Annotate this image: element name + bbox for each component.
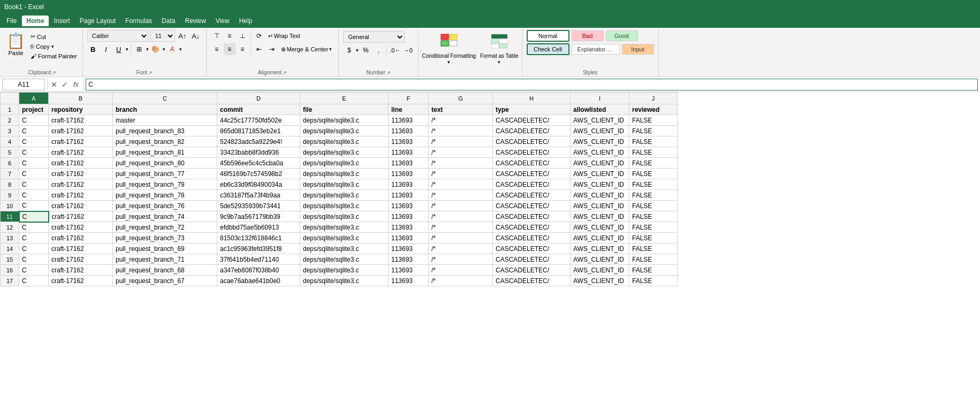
cell-h1[interactable]: type	[493, 104, 571, 115]
cell-a7[interactable]: C	[19, 169, 49, 179]
cell-g13[interactable]: /*	[429, 233, 493, 243]
bold-button[interactable]: B	[87, 43, 99, 55]
font-family-select[interactable]: Calibri	[87, 30, 149, 42]
cell-d2[interactable]: 44c25c177750fd502e	[217, 115, 300, 126]
row-header[interactable]: 7	[1, 169, 19, 179]
cell-g15[interactable]: /*	[429, 254, 493, 265]
cell-b7[interactable]: craft-17162	[49, 169, 113, 179]
menu-insert[interactable]: Insert	[50, 16, 74, 26]
cell-f7[interactable]: 113693	[389, 169, 429, 179]
cell-d17[interactable]: acae76abae641b0e0	[217, 276, 300, 286]
cell-j11[interactable]: FALSE	[629, 211, 678, 222]
comma-button[interactable]: ,	[373, 44, 384, 56]
cell-b2[interactable]: craft-17162	[49, 115, 113, 126]
cell-i15[interactable]: AWS_CLIENT_ID	[571, 254, 629, 265]
check-cell-style-button[interactable]: Check Cell	[527, 43, 569, 55]
col-header-g[interactable]: G	[429, 93, 493, 104]
cell-i14[interactable]: AWS_CLIENT_ID	[571, 243, 629, 254]
paste-button[interactable]: 📋 Paste	[3, 30, 28, 60]
cell-h13[interactable]: CASCADELETEC/	[493, 233, 571, 243]
good-style-button[interactable]: Good	[606, 31, 638, 41]
decrease-font-button[interactable]: A↓	[190, 30, 202, 42]
cell-b10[interactable]: craft-17162	[49, 201, 113, 211]
cell-f6[interactable]: 113693	[389, 158, 429, 169]
cell-e9[interactable]: deps/sqlite/sqlite3.c	[300, 190, 389, 201]
italic-button[interactable]: I	[100, 43, 112, 55]
wrap-text-button[interactable]: ↵ Wrap Text	[266, 32, 302, 40]
cell-c14[interactable]: pull_request_branch_69	[113, 243, 217, 254]
cell-i6[interactable]: AWS_CLIENT_ID	[571, 158, 629, 169]
cell-g11[interactable]: /*	[429, 211, 493, 222]
cell-b17[interactable]: craft-17162	[49, 276, 113, 286]
row-header[interactable]: 11	[1, 211, 19, 222]
cell-i1[interactable]: allowlisted	[571, 104, 629, 115]
cell-h16[interactable]: CASCADELETEC/	[493, 265, 571, 276]
cell-a10[interactable]: C	[19, 201, 49, 211]
cell-c1[interactable]: branch	[113, 104, 217, 115]
cell-c9[interactable]: pull_request_branch_78	[113, 190, 217, 201]
cell-b3[interactable]: craft-17162	[49, 126, 113, 136]
cell-g6[interactable]: /*	[429, 158, 493, 169]
cell-g3[interactable]: /*	[429, 126, 493, 136]
cell-e14[interactable]: deps/sqlite/sqlite3.c	[300, 243, 389, 254]
cell-e10[interactable]: deps/sqlite/sqlite3.c	[300, 201, 389, 211]
row-header[interactable]: 15	[1, 254, 19, 265]
cell-j13[interactable]: FALSE	[629, 233, 678, 243]
insert-function-label[interactable]: fx	[71, 80, 81, 88]
cell-j12[interactable]: FALSE	[629, 222, 678, 233]
menu-formulas[interactable]: Formulas	[121, 16, 156, 26]
cell-c17[interactable]: pull_request_branch_67	[113, 276, 217, 286]
cell-e17[interactable]: deps/sqlite/sqlite3.c	[300, 276, 389, 286]
cell-b14[interactable]: craft-17162	[49, 243, 113, 254]
align-top-button[interactable]: ⊤	[211, 30, 223, 42]
cell-h11[interactable]: CASCADELETEC/	[493, 211, 571, 222]
cell-d16[interactable]: a347eb8087f038b40	[217, 265, 300, 276]
cell-h3[interactable]: CASCADELETEC/	[493, 126, 571, 136]
text-orientation-button[interactable]: ⟳	[253, 30, 265, 42]
cell-g7[interactable]: /*	[429, 169, 493, 179]
font-expand-icon[interactable]: ↗	[148, 70, 153, 75]
cell-c7[interactable]: pull_request_branch_77	[113, 169, 217, 179]
number-format-select[interactable]: General	[343, 31, 405, 43]
cell-c6[interactable]: pull_request_branch_80	[113, 158, 217, 169]
font-size-select[interactable]: 11	[150, 30, 175, 42]
cell-d9[interactable]: c363187f5a73f4b9aa	[217, 190, 300, 201]
cell-i16[interactable]: AWS_CLIENT_ID	[571, 265, 629, 276]
row-header[interactable]: 9	[1, 190, 19, 201]
cell-b5[interactable]: craft-17162	[49, 147, 113, 158]
cell-a16[interactable]: C	[19, 265, 49, 276]
cell-c10[interactable]: pull_request_branch_76	[113, 201, 217, 211]
cell-d4[interactable]: 524823adc5a9229e4!	[217, 136, 300, 147]
cell-a14[interactable]: C	[19, 243, 49, 254]
cell-h17[interactable]: CASCADELETEC/	[493, 276, 571, 286]
row-header[interactable]: 3	[1, 126, 19, 136]
font-color-button[interactable]: A	[166, 43, 178, 55]
decrease-indent-button[interactable]: ⇤	[253, 43, 265, 55]
menu-review[interactable]: Review	[180, 16, 210, 26]
row-header[interactable]: 6	[1, 158, 19, 169]
cell-g12[interactable]: /*	[429, 222, 493, 233]
cell-f9[interactable]: 113693	[389, 190, 429, 201]
align-center-button[interactable]: ≡	[224, 43, 235, 55]
cell-b15[interactable]: craft-17162	[49, 254, 113, 265]
fill-color-button[interactable]: 🎨	[150, 43, 162, 55]
alignment-expand-icon[interactable]: ↗	[283, 70, 287, 75]
cell-e6[interactable]: deps/sqlite/sqlite3.c	[300, 158, 389, 169]
cell-h6[interactable]: CASCADELETEC/	[493, 158, 571, 169]
cell-h2[interactable]: CASCADELETEC/	[493, 115, 571, 126]
cell-f12[interactable]: 113693	[389, 222, 429, 233]
cell-a13[interactable]: C	[19, 233, 49, 243]
cell-c4[interactable]: pull_request_branch_82	[113, 136, 217, 147]
cell-d11[interactable]: 9c9b7aa567179bb39	[217, 211, 300, 222]
cell-a2[interactable]: C	[19, 115, 49, 126]
cell-j7[interactable]: FALSE	[629, 169, 678, 179]
cell-b8[interactable]: craft-17162	[49, 179, 113, 190]
cell-f16[interactable]: 113693	[389, 265, 429, 276]
cell-a4[interactable]: C	[19, 136, 49, 147]
cell-g16[interactable]: /*	[429, 265, 493, 276]
row-header[interactable]: 10	[1, 201, 19, 211]
cell-e8[interactable]: deps/sqlite/sqlite3.c	[300, 179, 389, 190]
cell-j16[interactable]: FALSE	[629, 265, 678, 276]
cell-d12[interactable]: efdbbd75ae5b60913	[217, 222, 300, 233]
cell-i11[interactable]: AWS_CLIENT_ID	[571, 211, 629, 222]
